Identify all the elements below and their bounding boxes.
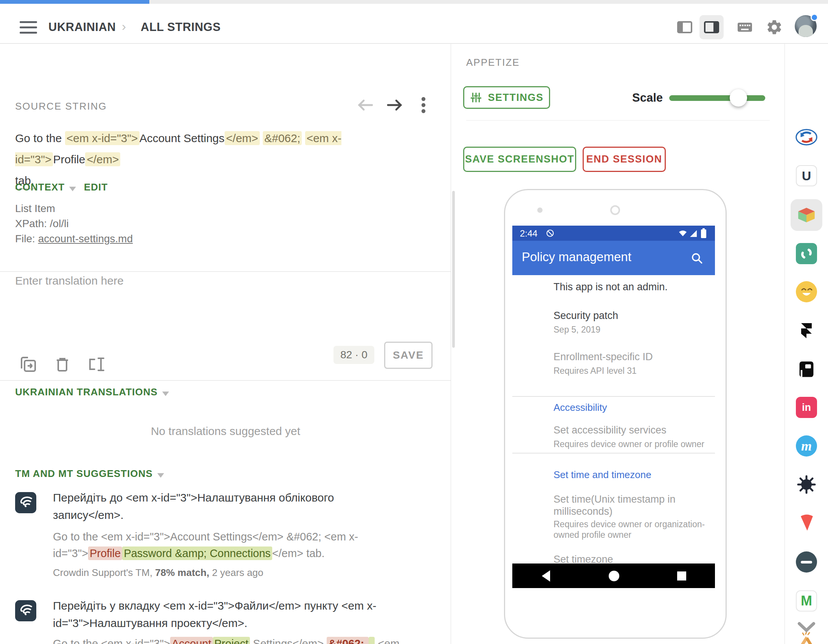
- more-options-icon[interactable]: [418, 94, 429, 116]
- app-icon-invision[interactable]: in: [790, 392, 822, 423]
- translations-section-toggle[interactable]: UKRAINIAN TRANSLATIONS: [15, 386, 169, 398]
- side-by-side-layout-icon[interactable]: [673, 15, 697, 39]
- keyboard-shortcuts-icon[interactable]: [733, 15, 757, 39]
- app-icon-book[interactable]: [790, 353, 822, 385]
- app-bar-title: Policy management: [522, 250, 631, 264]
- suggestion-source-diff: Go to the <em x-id="3">AccountProject Se…: [53, 636, 435, 644]
- copy-source-icon[interactable]: [18, 354, 39, 374]
- list-item-set-time: Set time(Unix timestamp in milliseconds)…: [554, 493, 706, 540]
- android-nav-bar: [512, 564, 715, 588]
- list-divider: [512, 396, 715, 397]
- search-icon[interactable]: [690, 251, 704, 265]
- tm-suggestion-row[interactable]: Перейдіть у вкладку <em x-id="3">Файли</…: [0, 597, 451, 644]
- hamburger-menu-icon[interactable]: [20, 21, 37, 34]
- select-text-icon[interactable]: [86, 354, 107, 374]
- list-item-set-accessibility: Set accessibility services Requires devi…: [554, 425, 706, 450]
- context-xpath: XPath: /ol/li: [15, 216, 69, 231]
- list-item-security-patch: Security patch Sep 5, 2019: [554, 310, 706, 335]
- tm-chevron-icon: [157, 473, 164, 478]
- panel-scrollbar[interactable]: [452, 191, 455, 348]
- breadcrumb-chevron-icon: ›: [122, 19, 126, 34]
- appetize-settings-button[interactable]: SETTINGS: [463, 86, 550, 109]
- save-screenshot-button[interactable]: SAVE SCREENSHOT: [463, 147, 576, 172]
- crowdin-tm-icon: [15, 492, 36, 513]
- preview-panel: APPETIZE SETTINGS Scale SAVE SCREENSHOT …: [451, 44, 784, 644]
- wifi-icon: [678, 229, 688, 238]
- page-load-progress-track: [0, 0, 828, 4]
- device-camera-dot: [537, 207, 543, 213]
- context-toggle[interactable]: CONTEXT: [15, 182, 76, 193]
- scale-slider-knob[interactable]: [730, 89, 747, 107]
- app-icon-sync[interactable]: [790, 121, 822, 153]
- section-header-accessibility: Accessibility: [554, 402, 706, 414]
- data-saver-icon: [546, 229, 555, 238]
- top-header: UKRAINIAN › ALL STRINGS: [0, 4, 828, 44]
- divider: [0, 380, 451, 381]
- no-translations-message: No translations suggested yet: [0, 425, 451, 438]
- translation-input[interactable]: [15, 274, 435, 338]
- suggestion-source-diff: Go to the <em x-id="3">Account Settings<…: [53, 528, 435, 562]
- previous-string-icon[interactable]: [355, 97, 376, 114]
- app-icon-chat[interactable]: [790, 546, 822, 578]
- list-item-enrollment-id: Enrollment-specific ID Requires API leve…: [554, 351, 706, 376]
- app-icon-video[interactable]: [790, 238, 822, 270]
- nav-back-icon[interactable]: [540, 570, 552, 582]
- divider: [466, 120, 770, 121]
- android-app-bar: Policy management: [512, 241, 715, 275]
- settings-button-label: SETTINGS: [488, 92, 543, 103]
- breadcrumb-section[interactable]: ALL STRINGS: [141, 20, 221, 34]
- app-icon-smiley[interactable]: [790, 276, 822, 308]
- end-session-button[interactable]: END SESSION: [583, 147, 666, 172]
- tm-suggestion-row[interactable]: Перейдіть до <em x-id="3">Налаштування о…: [0, 489, 451, 580]
- nav-home-icon[interactable]: [608, 570, 620, 582]
- app-icon-mine[interactable]: [790, 469, 822, 500]
- app-icon-marvel[interactable]: [790, 507, 822, 539]
- emulator-screen[interactable]: 2:44 Policy management This app is not a…: [512, 226, 715, 588]
- context-file-link[interactable]: account-settings.md: [38, 233, 133, 244]
- signal-icon: [689, 229, 698, 238]
- editor-panel: SOURCE STRING Go to the <em x-id="3">Acc…: [0, 44, 451, 644]
- crowdin-editor-window: UKRAINIAN › ALL STRINGS SOURCE STRING: [0, 0, 828, 644]
- source-string-label: SOURCE STRING: [15, 100, 107, 112]
- app-icon-m-circle[interactable]: m: [790, 430, 822, 462]
- crowdin-tm-icon: [15, 600, 36, 621]
- list-divider: [512, 453, 715, 453]
- context-chevron-icon: [69, 187, 76, 191]
- device-speaker: [610, 205, 620, 215]
- char-counter-badge: 82 · 0: [334, 346, 374, 364]
- right-panel-layout-icon[interactable]: [699, 15, 724, 39]
- suggestion-meta: Crowdin Support's TM, 78% match, 2 years…: [53, 567, 435, 579]
- page-load-progress-fill: [0, 0, 149, 4]
- context-type: List Item: [15, 201, 55, 216]
- app-icon-framer[interactable]: [790, 315, 822, 346]
- rail-scroll-down-icon[interactable]: [793, 619, 820, 636]
- breadcrumb-language[interactable]: UKRAINIAN: [49, 20, 116, 34]
- scale-label: Scale: [632, 91, 663, 105]
- device-frame: 2:44 Policy management This app is not a…: [504, 189, 727, 639]
- status-time: 2:44: [520, 228, 538, 239]
- context-label: CONTEXT: [15, 182, 65, 193]
- android-status-bar: 2:44: [512, 226, 715, 241]
- app-icon-m-letter[interactable]: M: [790, 585, 822, 617]
- scale-slider-track[interactable]: [669, 95, 765, 101]
- app-icon-cube-active[interactable]: [790, 199, 822, 231]
- tm-section-toggle[interactable]: TM AND MT SUGGESTIONS: [15, 468, 164, 479]
- context-file: File: account-settings.md: [15, 231, 133, 246]
- context-edit-button[interactable]: EDIT: [84, 182, 108, 193]
- suggestion-translation-text: Перейдіть до <em x-id="3">Налаштування о…: [53, 489, 435, 524]
- battery-icon: [701, 228, 707, 238]
- section-header-time: Set time and timezone: [554, 469, 706, 481]
- clear-translation-icon[interactable]: [52, 354, 72, 374]
- suggestion-translation-text: Перейдіть у вкладку <em x-id="3">Файли</…: [53, 597, 435, 632]
- settings-gear-icon[interactable]: [762, 15, 786, 39]
- admin-note: This app is not an admin.: [554, 281, 706, 293]
- next-string-icon[interactable]: [385, 97, 406, 114]
- translations-section-title: UKRAINIAN TRANSLATIONS: [15, 386, 158, 398]
- nav-recents-icon[interactable]: [676, 571, 687, 581]
- translations-chevron-icon: [162, 392, 169, 396]
- online-status-dot: [811, 14, 818, 21]
- tm-section-title: TM AND MT SUGGESTIONS: [15, 468, 153, 479]
- divider: [0, 271, 451, 272]
- app-icon-u[interactable]: U: [790, 160, 822, 192]
- save-translation-button[interactable]: SAVE: [384, 342, 433, 369]
